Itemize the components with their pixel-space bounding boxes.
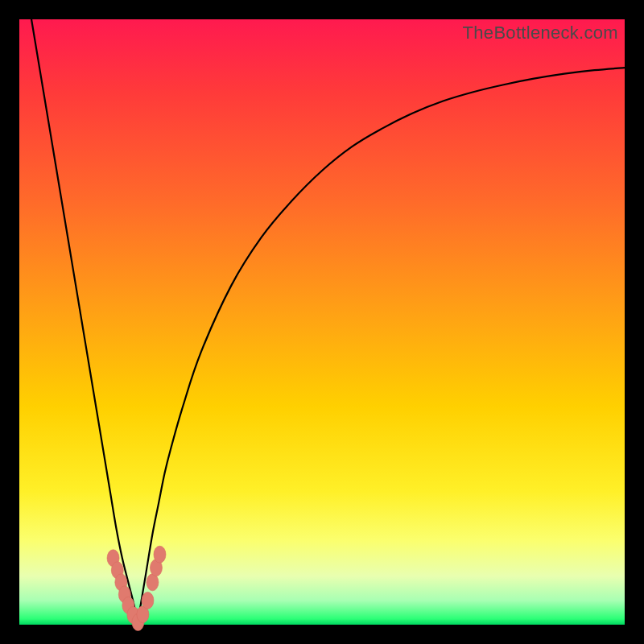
bottleneck-curve [31, 19, 625, 627]
data-marker [142, 592, 154, 609]
curve-layer [19, 19, 625, 625]
data-marker [154, 546, 166, 563]
plot-area: TheBottleneck.com [19, 19, 625, 625]
chart-frame: TheBottleneck.com [0, 0, 644, 644]
